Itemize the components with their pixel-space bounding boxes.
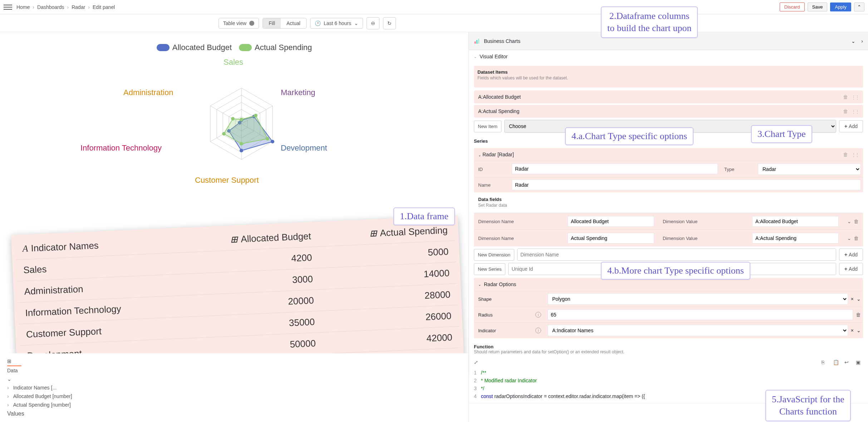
drag-icon[interactable] <box>852 152 859 157</box>
dataset-item[interactable]: A:Allocated Budget <box>474 90 863 103</box>
breadcrumb-home[interactable]: Home <box>16 4 30 10</box>
menu-icon[interactable] <box>4 3 12 11</box>
values-section-header[interactable]: Values <box>7 411 24 417</box>
drag-icon[interactable] <box>852 94 859 100</box>
chart-legend: Allocated Budget Actual Spending <box>11 43 458 52</box>
chevron-right-icon[interactable]: › <box>861 38 863 44</box>
chart-preview-pane: Allocated Budget Actual Spending Sales M… <box>0 32 469 422</box>
field-indicator-names[interactable]: Indicator Names [... <box>13 385 57 391</box>
time-range-picker[interactable]: 🕐 Last 6 hours ⌄ <box>310 18 363 29</box>
chevron-down-icon[interactable]: ⌄ <box>847 219 851 224</box>
trash-icon[interactable] <box>854 219 859 224</box>
trash-icon[interactable] <box>854 235 859 241</box>
chevron-right-icon[interactable]: › <box>7 402 9 408</box>
indicator-label: Indicatori <box>474 323 545 338</box>
radius-label: Radiusi <box>474 307 545 322</box>
trash-icon[interactable] <box>843 94 848 100</box>
new-series-label: New Series <box>474 263 505 275</box>
paste-icon[interactable]: 📋 <box>833 359 840 367</box>
clock-icon: 🕐 <box>315 20 321 26</box>
expand-icon[interactable]: ⤢ <box>474 359 481 367</box>
wrap-icon[interactable]: ↩ <box>844 359 852 367</box>
dim-value-label: Dimension Value <box>658 213 748 230</box>
svg-point-24 <box>231 117 235 121</box>
svg-marker-18 <box>224 116 268 144</box>
shape-select[interactable]: Polygon <box>548 293 848 305</box>
svg-rect-27 <box>478 39 479 44</box>
breadcrumb-radar[interactable]: Radar <box>72 4 85 10</box>
dim-value-input[interactable] <box>752 216 839 227</box>
add-series-button[interactable]: Add <box>839 263 863 275</box>
annotation-4a: 4.a.Chart Type specific options <box>565 127 693 145</box>
fill-button[interactable]: Fill <box>263 18 281 28</box>
svg-point-19 <box>240 118 243 121</box>
name-label: Name <box>474 177 510 192</box>
discard-button[interactable]: Discard <box>780 3 805 11</box>
trash-icon[interactable] <box>843 108 848 114</box>
new-dimension-input[interactable] <box>517 249 836 261</box>
legend-swatch-blue <box>157 44 170 51</box>
annotation-1: 1.Data frame <box>393 207 455 225</box>
new-dimension-label: New Dimension <box>474 249 514 261</box>
table-view-toggle[interactable]: Table view <box>219 18 259 29</box>
chevron-down-icon[interactable]: ⌄ <box>851 38 855 44</box>
series-header[interactable]: ⌄ Radar [Radar] <box>474 148 863 161</box>
dim-name-input[interactable] <box>568 216 654 227</box>
svg-rect-26 <box>476 40 477 44</box>
panel-collapse-button[interactable]: ⌃ <box>854 3 864 11</box>
add-dimension-button[interactable]: Add <box>839 249 863 261</box>
save-button[interactable]: Save <box>808 3 828 11</box>
svg-point-23 <box>222 132 226 136</box>
trash-icon[interactable] <box>856 312 861 318</box>
close-icon[interactable]: × <box>851 296 854 302</box>
field-allocated-budget[interactable]: Allocated Budget [number] <box>13 393 72 399</box>
radar-options-header[interactable]: ⌄Radar Options <box>474 278 863 291</box>
field-actual-spending[interactable]: Actual Spending [number] <box>13 402 71 408</box>
chevron-down-icon[interactable]: ⌄ <box>847 236 851 241</box>
fullscreen-icon[interactable]: ▣ <box>856 359 863 367</box>
dim-value-label: Dimension Value <box>658 230 748 246</box>
dim-value-input[interactable] <box>752 233 839 244</box>
shape-label: Shape <box>474 291 545 307</box>
radius-input[interactable] <box>548 309 853 320</box>
chevron-right-icon[interactable]: › <box>7 393 9 399</box>
data-label: Data <box>7 368 18 373</box>
close-icon[interactable]: × <box>851 328 854 333</box>
info-icon[interactable]: i <box>535 312 541 318</box>
chevron-down-icon[interactable]: ⌄ <box>857 328 861 333</box>
chevron-down-icon[interactable]: ⌄ <box>7 376 11 382</box>
dataset-items-desc: Fields which values will be used for the… <box>477 75 859 80</box>
legend-label-actual: Actual Spending <box>255 43 312 52</box>
actual-button[interactable]: Actual <box>281 18 306 28</box>
data-tab-icon[interactable]: ⊞ <box>7 358 11 364</box>
zoom-out-button[interactable]: ⊖ <box>367 17 379 29</box>
number-column-icon: ⊞ <box>230 234 238 245</box>
panel-toolbar: Table view Fill Actual 🕐 Last 6 hours ⌄ … <box>0 14 868 32</box>
chevron-right-icon[interactable]: › <box>7 385 9 391</box>
axis-label-development: Development <box>281 143 327 153</box>
type-label: Type <box>720 161 756 177</box>
copy-icon[interactable]: ⎘ <box>822 359 829 367</box>
id-input[interactable] <box>512 163 718 174</box>
indicator-select[interactable]: A:Indicator Names <box>548 325 848 336</box>
dim-name-input[interactable] <box>568 233 654 244</box>
breadcrumb-dashboards[interactable]: Dashboards <box>37 4 64 10</box>
axis-label-it: Information Technology <box>80 143 162 153</box>
trash-icon[interactable] <box>843 152 848 157</box>
info-icon[interactable]: i <box>535 328 541 333</box>
name-input[interactable] <box>512 180 861 190</box>
type-select[interactable]: Radar <box>758 163 861 175</box>
dim-name-label: Dimension Name <box>474 230 563 246</box>
id-label: ID <box>474 161 510 177</box>
business-charts-icon <box>474 38 480 44</box>
axis-label-sales: Sales <box>224 58 243 67</box>
number-column-icon: ⊞ <box>369 228 377 239</box>
chevron-down-icon[interactable]: ⌄ <box>857 296 861 302</box>
apply-button[interactable]: Apply <box>830 3 851 11</box>
refresh-button[interactable]: ↻ <box>383 17 396 29</box>
visual-editor-header[interactable]: ⌄Visual Editor <box>469 50 868 63</box>
drag-icon[interactable] <box>852 108 859 114</box>
dataset-item[interactable]: A:Actual Spending <box>474 105 863 118</box>
add-item-button[interactable]: Add <box>839 120 863 132</box>
axis-label-administration: Administration <box>123 88 173 97</box>
